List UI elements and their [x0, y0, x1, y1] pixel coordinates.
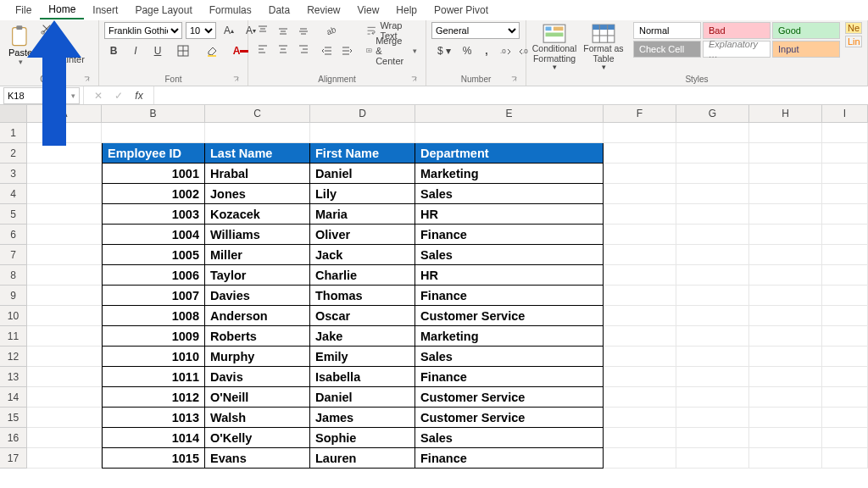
cell[interactable] — [27, 286, 102, 306]
align-center-button[interactable] — [274, 41, 292, 58]
cell[interactable]: 1014 — [102, 428, 205, 448]
cell[interactable] — [676, 408, 749, 428]
cell[interactable]: Daniel — [310, 387, 415, 408]
cell[interactable] — [749, 367, 822, 387]
font-size-select[interactable]: 10 — [186, 22, 216, 39]
cell[interactable] — [27, 204, 102, 225]
cell[interactable] — [822, 245, 868, 265]
row-header[interactable]: 10 — [0, 306, 27, 326]
cell[interactable] — [749, 225, 822, 245]
borders-button[interactable] — [170, 42, 196, 59]
cell[interactable] — [676, 286, 749, 306]
cell[interactable]: 1003 — [102, 204, 205, 225]
alignment-dialog-launcher[interactable] — [410, 75, 419, 84]
comma-format-button[interactable]: , — [477, 42, 496, 59]
cell[interactable] — [604, 326, 676, 347]
cell[interactable] — [749, 387, 822, 408]
cell[interactable]: Employee ID — [102, 143, 205, 164]
cell[interactable] — [205, 123, 310, 143]
cell[interactable] — [27, 326, 102, 347]
style-check-cell[interactable]: Check Cell — [633, 41, 701, 58]
col-header-F[interactable]: F — [604, 105, 676, 122]
cell[interactable]: 1015 — [102, 448, 205, 469]
cell[interactable]: First Name — [310, 143, 415, 164]
cell[interactable] — [27, 245, 102, 265]
cell[interactable] — [27, 164, 102, 184]
cell[interactable] — [749, 123, 822, 143]
align-top-button[interactable] — [253, 22, 272, 39]
clipboard-dialog-launcher[interactable] — [83, 75, 92, 84]
cell[interactable] — [749, 245, 822, 265]
cell[interactable] — [749, 428, 822, 448]
increase-decimal-button[interactable]: .0 — [497, 42, 515, 59]
cell[interactable]: Anderson — [205, 306, 310, 326]
bold-button[interactable]: B — [104, 42, 123, 59]
cell[interactable] — [676, 448, 749, 469]
cell[interactable] — [27, 123, 102, 143]
row-header[interactable]: 1 — [0, 123, 27, 143]
align-right-button[interactable] — [294, 41, 313, 58]
cell[interactable] — [822, 204, 868, 225]
cell[interactable] — [676, 245, 749, 265]
cell[interactable] — [604, 204, 676, 225]
select-all-button[interactable] — [0, 105, 27, 122]
cell[interactable]: Finance — [415, 286, 604, 306]
number-dialog-launcher[interactable] — [510, 75, 519, 84]
cell[interactable] — [604, 245, 676, 265]
row-header[interactable]: 17 — [0, 448, 27, 469]
tab-page-layout[interactable]: Page Layout — [126, 2, 200, 19]
row-header[interactable]: 2 — [0, 143, 27, 164]
row-header[interactable]: 4 — [0, 184, 27, 204]
copy-button[interactable] — [39, 37, 86, 51]
format-painter-button[interactable]: Painter — [39, 53, 86, 66]
cell[interactable]: Roberts — [205, 326, 310, 347]
cell[interactable] — [749, 265, 822, 286]
cell[interactable]: Murphy — [205, 347, 310, 367]
cell[interactable] — [676, 347, 749, 367]
cell[interactable]: Sales — [415, 245, 604, 265]
cell[interactable] — [822, 286, 868, 306]
tab-insert[interactable]: Insert — [84, 2, 126, 19]
cell[interactable] — [676, 204, 749, 225]
cell[interactable]: Hrabal — [205, 164, 310, 184]
name-box[interactable]: K18 ▾ — [3, 87, 80, 104]
cell[interactable] — [822, 184, 868, 204]
cell[interactable]: Jack — [310, 245, 415, 265]
cell[interactable]: Davies — [205, 286, 310, 306]
cell[interactable] — [749, 326, 822, 347]
cell[interactable]: Oliver — [310, 225, 415, 245]
row-header[interactable]: 11 — [0, 326, 27, 347]
cell[interactable]: Davis — [205, 367, 310, 387]
row-header[interactable]: 5 — [0, 204, 27, 225]
cell[interactable]: Oscar — [310, 306, 415, 326]
cell[interactable] — [822, 143, 868, 164]
cell[interactable]: Walsh — [205, 408, 310, 428]
cell[interactable] — [676, 428, 749, 448]
cell[interactable]: 1008 — [102, 306, 205, 326]
cell[interactable] — [822, 123, 868, 143]
cell[interactable] — [676, 164, 749, 184]
row-header[interactable]: 9 — [0, 286, 27, 306]
cell[interactable] — [822, 367, 868, 387]
cell[interactable] — [27, 408, 102, 428]
merge-center-button[interactable]: Merge & Center ▾ — [363, 42, 420, 59]
row-header[interactable]: 15 — [0, 408, 27, 428]
cell[interactable] — [604, 225, 676, 245]
cell[interactable]: Customer Service — [415, 387, 604, 408]
cell[interactable]: Sales — [415, 428, 604, 448]
col-header-A[interactable]: A — [27, 105, 102, 122]
align-left-button[interactable] — [253, 41, 272, 58]
cell[interactable] — [604, 143, 676, 164]
cell[interactable] — [822, 347, 868, 367]
tab-file[interactable]: File — [7, 2, 40, 19]
cell[interactable] — [676, 326, 749, 347]
cell[interactable]: 1009 — [102, 326, 205, 347]
cell[interactable]: 1010 — [102, 347, 205, 367]
cut-button[interactable] — [39, 22, 86, 36]
cell[interactable]: 1013 — [102, 408, 205, 428]
row-header[interactable]: 14 — [0, 387, 27, 408]
col-header-I[interactable]: I — [822, 105, 868, 122]
align-bottom-button[interactable] — [294, 22, 313, 39]
row-header[interactable]: 7 — [0, 245, 27, 265]
cell[interactable] — [27, 143, 102, 164]
